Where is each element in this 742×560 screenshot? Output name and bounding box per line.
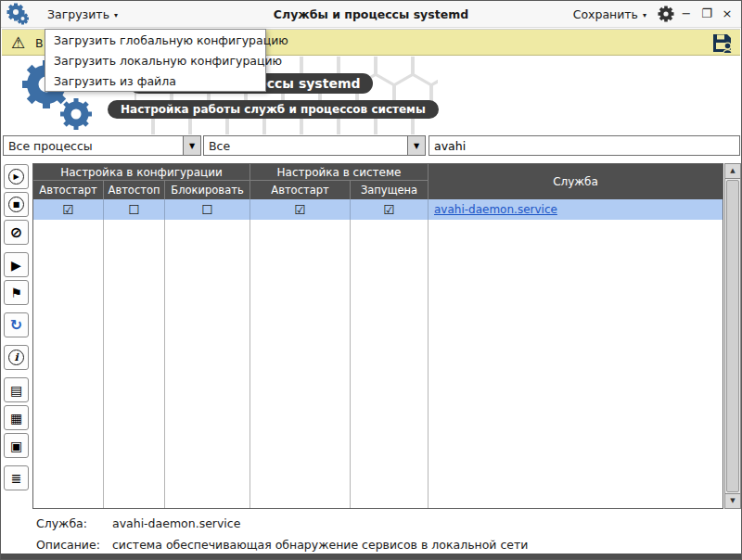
header-autostart-config: Автостарт (33, 181, 104, 199)
info-button[interactable]: i (4, 345, 29, 370)
play-circle-icon: ▶ (8, 169, 24, 185)
start-service-button[interactable]: ▶ (4, 164, 29, 189)
dropdown-arrow-icon[interactable]: ▼ (183, 136, 200, 155)
warning-icon: ⚠ (11, 33, 25, 52)
menu-item-load-from-file[interactable]: Загрузить из файла (45, 70, 265, 91)
header-service: Служба (429, 164, 723, 199)
checkbox-block-config[interactable]: ☐ (165, 199, 250, 220)
table-empty-area (33, 220, 723, 508)
menu-item-load-global-config[interactable]: Загрузить глобальную конфигурацию (45, 30, 265, 50)
report-document-button[interactable]: ▦ (4, 405, 29, 430)
detailed-list-button[interactable]: ≣ (4, 465, 29, 490)
window-controls: − ❐ × (678, 1, 736, 27)
table-empty-column (250, 220, 351, 508)
load-menu-label: Загрузить (47, 7, 109, 21)
state-filter-value: Все (204, 139, 407, 153)
services-table: Настройка в конфигурации Настройка в сис… (32, 163, 723, 509)
close-button[interactable]: × (719, 5, 736, 23)
window-bottom-edge (1, 554, 741, 559)
table-empty-column (429, 220, 723, 508)
info-circle-icon: i (8, 350, 24, 365)
window-title: Службы и процессы systemd (274, 1, 468, 27)
table-header: Настройка в конфигурации Настройка в сис… (33, 164, 723, 199)
filter-row: Все процессы ▼ Все ▼ (1, 135, 741, 157)
load-menu-button[interactable]: Загрузить ▾ (42, 1, 123, 27)
header-group-system: Настройка в системе (250, 164, 429, 181)
chevron-down-icon: ▾ (643, 11, 646, 19)
table-row[interactable]: ☑ ☐ ☐ ☑ ☑ avahi-daemon.service (33, 199, 723, 220)
minimize-button[interactable]: − (678, 5, 695, 23)
refresh-icon: ↻ (10, 318, 22, 333)
service-cell: avahi-daemon.service (429, 199, 723, 220)
console-output-button[interactable]: ▣ (4, 433, 29, 458)
side-toolbar: ▶ ■ ⊘ ▶ ⚑ ↻ i ▤ ▦ ▣ ≣ (4, 164, 29, 490)
scrollbar-track[interactable] (725, 179, 740, 493)
search-input[interactable] (429, 135, 740, 156)
table-empty-column (351, 220, 429, 508)
dropdown-arrow-icon[interactable]: ▼ (407, 136, 425, 155)
description-label: Описание: (36, 538, 100, 552)
maximize-button[interactable]: ❐ (698, 5, 715, 23)
disable-service-button[interactable]: ⊘ (4, 220, 29, 245)
finish-flag-button[interactable]: ⚑ (4, 280, 29, 305)
load-dropdown-menu: Загрузить глобальную конфигурацию Загруз… (45, 29, 266, 92)
checkbox-running-system[interactable]: ☑ (351, 199, 429, 220)
description-value: система обеспечивающая обнаружение серви… (112, 538, 528, 552)
gear-icon (658, 6, 674, 22)
scrollbar-thumb[interactable] (726, 180, 739, 492)
prohibit-icon: ⊘ (10, 225, 22, 240)
service-label: Служба: (36, 516, 87, 530)
process-filter-value: Все процессы (4, 139, 183, 153)
banner-subtitle: Настройка работы служб и процессов систе… (108, 100, 439, 119)
header-running-system: Запущена (351, 181, 429, 199)
checkbox-autostart-system[interactable]: ☑ (250, 199, 351, 220)
console-icon: ▣ (10, 439, 22, 452)
service-link[interactable]: avahi-daemon.service (434, 203, 557, 216)
save-profile-icon[interactable] (711, 32, 734, 57)
stop-service-button[interactable]: ■ (4, 192, 29, 217)
run-process-button[interactable]: ▶ (4, 252, 29, 277)
play-icon: ▶ (11, 259, 21, 272)
table-empty-column (165, 220, 250, 508)
header-autostart-system: Автостарт (250, 181, 351, 199)
refresh-button[interactable]: ↻ (4, 312, 29, 337)
list-icon: ≣ (11, 472, 22, 485)
save-menu-label: Сохранить (573, 7, 638, 21)
scroll-down-arrow[interactable]: ▼ (725, 493, 740, 508)
warning-text: В (35, 36, 44, 50)
titlebar: Загрузить ▾ Службы и процессы systemd Со… (1, 1, 741, 28)
flag-icon: ⚑ (10, 286, 22, 299)
app-window: Загрузить ▾ Службы и процессы systemd Со… (0, 0, 742, 560)
details-panel: Служба: avahi-daemon.service Описание: с… (1, 513, 741, 554)
process-filter-combobox[interactable]: Все процессы ▼ (3, 135, 201, 156)
header-block-config: Блокировать (165, 181, 250, 199)
stop-circle-icon: ■ (8, 197, 24, 212)
table-empty-column (104, 220, 165, 508)
checkbox-autostart-config[interactable]: ☑ (33, 199, 104, 220)
document-icon: ▤ (10, 384, 22, 397)
table-scrollbar[interactable]: ▲ ▼ (724, 163, 741, 509)
service-value: avahi-daemon.service (112, 516, 240, 530)
log-document-button[interactable]: ▤ (4, 377, 29, 402)
header-group-config: Настройка в конфигурации (33, 164, 250, 181)
state-filter-combobox[interactable]: Все ▼ (203, 135, 426, 156)
header-autostop-config: Автостоп (104, 181, 165, 199)
table-empty-column (33, 220, 104, 508)
save-menu-button[interactable]: Сохранить ▾ (568, 1, 652, 27)
settings-gear-button[interactable] (656, 1, 676, 27)
app-gears-icon (6, 1, 29, 27)
checkbox-autostop-config[interactable]: ☐ (104, 199, 165, 220)
scroll-up-arrow[interactable]: ▲ (725, 164, 740, 179)
chevron-down-icon: ▾ (114, 11, 118, 19)
document-chart-icon: ▦ (10, 412, 22, 425)
menu-item-load-local-config[interactable]: Загрузить локальную конфигурацию (45, 50, 265, 70)
